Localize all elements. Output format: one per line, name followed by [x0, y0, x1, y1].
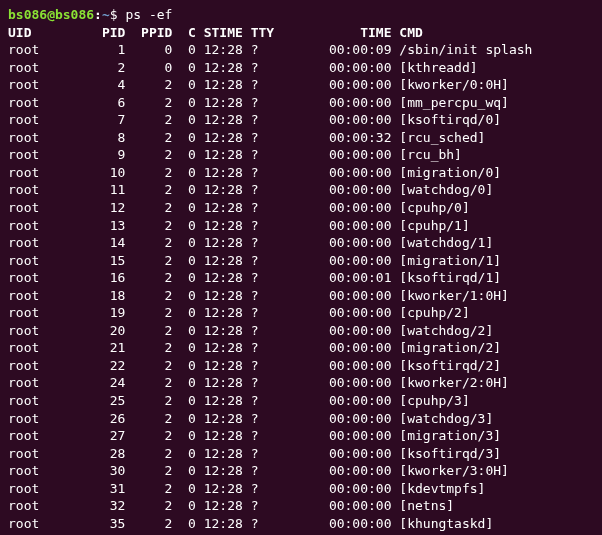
- process-row: root 7 2 0 12:28 ? 00:00:00 [ksoftirqd/0…: [8, 112, 501, 127]
- process-row: root 8 2 0 12:28 ? 00:00:32 [rcu_sched]: [8, 130, 485, 145]
- prompt: bs086@bs086:~$: [8, 7, 125, 22]
- process-row: root 10 2 0 12:28 ? 00:00:00 [migration/…: [8, 165, 501, 180]
- process-row: root 28 2 0 12:28 ? 00:00:00 [ksoftirqd/…: [8, 446, 501, 461]
- process-row: root 1 0 0 12:28 ? 00:00:09 /sbin/init s…: [8, 42, 532, 57]
- process-row: root 30 2 0 12:28 ? 00:00:00 [kworker/3:…: [8, 463, 509, 478]
- process-row: root 22 2 0 12:28 ? 00:00:00 [ksoftirqd/…: [8, 358, 501, 373]
- process-row: root 18 2 0 12:28 ? 00:00:00 [kworker/1:…: [8, 288, 509, 303]
- prompt-user: bs086: [8, 7, 47, 22]
- process-row: root 24 2 0 12:28 ? 00:00:00 [kworker/2:…: [8, 375, 509, 390]
- command-text: ps -ef: [125, 7, 172, 22]
- prompt-host: bs086: [55, 7, 94, 22]
- process-row: root 21 2 0 12:28 ? 00:00:00 [migration/…: [8, 340, 501, 355]
- at-symbol: @: [47, 7, 55, 22]
- process-row: root 15 2 0 12:28 ? 00:00:00 [migration/…: [8, 253, 501, 268]
- process-row: root 4 2 0 12:28 ? 00:00:00 [kworker/0:0…: [8, 77, 509, 92]
- process-row: root 20 2 0 12:28 ? 00:00:00 [watchdog/2…: [8, 323, 493, 338]
- process-row: root 25 2 0 12:28 ? 00:00:00 [cpuhp/3]: [8, 393, 470, 408]
- process-row: root 31 2 0 12:28 ? 00:00:00 [kdevtmpfs]: [8, 481, 485, 496]
- column-headers: UID PID PPID C STIME TTY TIME CMD: [8, 25, 423, 40]
- process-row: root 27 2 0 12:28 ? 00:00:00 [migration/…: [8, 428, 501, 443]
- process-row: root 16 2 0 12:28 ? 00:00:01 [ksoftirqd/…: [8, 270, 501, 285]
- process-row: root 14 2 0 12:28 ? 00:00:00 [watchdog/1…: [8, 235, 493, 250]
- process-row: root 11 2 0 12:28 ? 00:00:00 [watchdog/0…: [8, 182, 493, 197]
- process-row: root 6 2 0 12:28 ? 00:00:00 [mm_percpu_w…: [8, 95, 509, 110]
- dollar: $: [110, 7, 126, 22]
- process-row: root 19 2 0 12:28 ? 00:00:00 [cpuhp/2]: [8, 305, 470, 320]
- process-row: root 35 2 0 12:28 ? 00:00:00 [khungtaskd…: [8, 516, 493, 531]
- colon: :: [94, 7, 102, 22]
- process-row: root 32 2 0 12:28 ? 00:00:00 [netns]: [8, 498, 454, 513]
- process-row: root 26 2 0 12:28 ? 00:00:00 [watchdog/3…: [8, 411, 493, 426]
- process-row: root 9 2 0 12:28 ? 00:00:00 [rcu_bh]: [8, 147, 462, 162]
- process-row: root 13 2 0 12:28 ? 00:00:00 [cpuhp/1]: [8, 218, 470, 233]
- process-row: root 2 0 0 12:28 ? 00:00:00 [kthreadd]: [8, 60, 478, 75]
- terminal[interactable]: bs086@bs086:~$ ps -ef UID PID PPID C STI…: [0, 0, 602, 535]
- process-row: root 12 2 0 12:28 ? 00:00:00 [cpuhp/0]: [8, 200, 470, 215]
- prompt-path: ~: [102, 7, 110, 22]
